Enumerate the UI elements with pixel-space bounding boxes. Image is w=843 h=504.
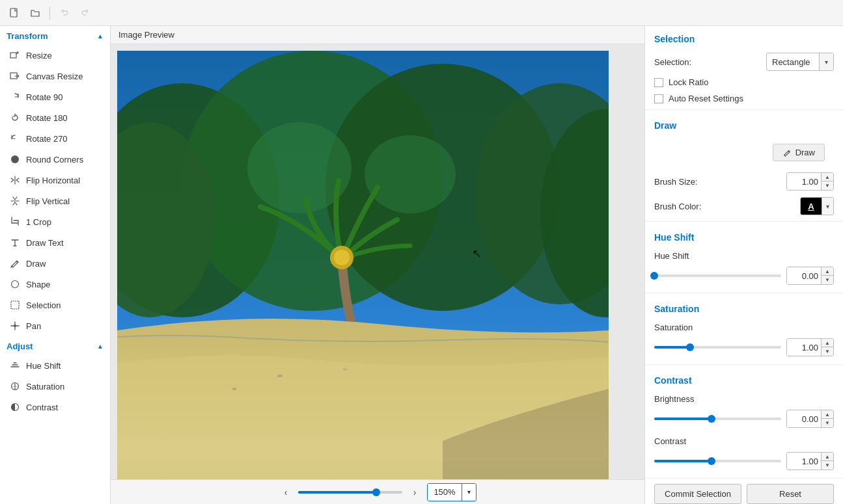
sidebar-item-rotate-180[interactable]: Rotate 180 — [0, 107, 110, 128]
saturation-slider-fill — [654, 346, 690, 349]
right-panel: Selection Selection: Rectangle ▾ Lock Ra… — [644, 26, 843, 504]
sidebar-item-label: Flip Horizontal — [26, 176, 80, 185]
bottom-buttons: Commit Selection Reset — [645, 478, 843, 504]
zoom-dropdown-button[interactable]: ▾ — [462, 484, 476, 501]
hue-shift-icon — [9, 360, 21, 371]
saturation-slider-thumb[interactable] — [686, 343, 694, 351]
saturation-up[interactable]: ▲ — [822, 339, 833, 347]
contrast-slider[interactable] — [654, 460, 781, 462]
reset-button[interactable]: Reset — [747, 484, 834, 504]
brightness-spin: ▲ ▼ — [821, 410, 833, 427]
brush-size-spin: ▲ ▼ — [821, 173, 833, 190]
lock-ratio-checkbox[interactable] — [654, 78, 663, 87]
brightness-up[interactable]: ▲ — [822, 410, 833, 419]
brush-color-swatch-box: A — [801, 198, 822, 215]
crop-icon — [9, 216, 21, 228]
contrast-slider-row: ▲ ▼ — [654, 452, 834, 470]
svg-point-6 — [14, 325, 16, 327]
flip-vertical-icon — [9, 195, 21, 207]
brightness-slider-container: ▲ ▼ — [645, 407, 843, 433]
open-button[interactable] — [26, 4, 44, 22]
selection-section-title: Selection — [645, 26, 843, 49]
selection-dropdown-button[interactable]: ▾ — [819, 53, 833, 70]
brush-size-row: Brush Size: ▲ ▼ — [645, 169, 843, 194]
sidebar-item-flip-horizontal[interactable]: Flip Horizontal — [0, 170, 110, 191]
sidebar-item-crop[interactable]: 1 Crop — [0, 211, 110, 232]
main-toolbar — [0, 0, 843, 26]
sidebar-item-pan[interactable]: Pan — [0, 315, 110, 336]
hue-shift-up[interactable]: ▲ — [822, 267, 833, 276]
brush-color-dropdown[interactable]: ▾ — [822, 198, 833, 215]
sidebar-item-resize[interactable]: Resize — [0, 45, 110, 66]
saturation-icon — [9, 380, 21, 392]
brightness-down[interactable]: ▼ — [822, 419, 833, 427]
zoom-slider[interactable] — [298, 491, 402, 494]
sidebar-item-label: Rotate 90 — [26, 92, 62, 102]
canvas-scroll[interactable]: ↖ — [111, 44, 644, 479]
undo-button[interactable] — [55, 4, 74, 22]
sidebar-item-label: Rotate 270 — [26, 134, 68, 144]
brightness-slider[interactable] — [654, 418, 781, 420]
zoom-prev-button[interactable]: ‹ — [279, 485, 293, 499]
transform-section-header[interactable]: Transform ▲ — [0, 26, 110, 45]
hue-shift-down[interactable]: ▼ — [822, 276, 833, 284]
saturation-down[interactable]: ▼ — [822, 347, 833, 356]
auto-reset-label[interactable]: Auto Reset Settings — [669, 94, 743, 103]
sidebar-item-contrast[interactable]: Contrast — [0, 397, 110, 418]
svg-point-21 — [343, 368, 347, 371]
brightness-input[interactable] — [787, 410, 821, 427]
brush-color-label: Brush Color: — [654, 202, 713, 211]
selection-dropdown[interactable]: Rectangle ▾ — [766, 53, 834, 71]
sidebar-item-rotate-90[interactable]: Rotate 90 — [0, 86, 110, 107]
brush-color-swatch[interactable]: A ▾ — [800, 197, 834, 215]
new-button[interactable] — [5, 4, 23, 22]
pan-icon — [9, 320, 21, 332]
brightness-slider-thumb[interactable] — [708, 415, 715, 423]
sidebar-item-draw[interactable]: Draw — [0, 253, 110, 274]
sidebar-item-canvas-resize[interactable]: Canvas Resize — [0, 66, 110, 86]
brush-size-down[interactable]: ▼ — [822, 181, 833, 190]
sidebar-item-hue-shift[interactable]: Hue Shift — [0, 355, 110, 376]
contrast-input[interactable] — [787, 453, 821, 470]
redo-button[interactable] — [76, 4, 94, 22]
sidebar-item-round-corners[interactable]: Round Corners — [0, 149, 110, 170]
saturation-input[interactable] — [787, 339, 821, 356]
contrast-value-label: Contrast — [654, 436, 713, 446]
sidebar-item-saturation[interactable]: Saturation — [0, 376, 110, 397]
hue-shift-input[interactable] — [787, 267, 821, 284]
zoom-slider-thumb[interactable] — [372, 488, 380, 496]
sidebar-item-rotate-270[interactable]: Rotate 270 — [0, 128, 110, 149]
svg-point-19 — [334, 250, 350, 265]
brightness-label: Brightness — [654, 394, 713, 404]
draw-button[interactable]: Draw — [773, 144, 825, 161]
sidebar-item-draw-text[interactable]: Draw Text — [0, 232, 110, 253]
hue-shift-slider[interactable] — [654, 274, 781, 277]
transform-chevron-icon: ▲ — [97, 33, 104, 40]
adjust-section-header[interactable]: Adjust ▲ — [0, 336, 110, 355]
zoom-next-button[interactable]: › — [408, 485, 422, 499]
contrast-up[interactable]: ▲ — [822, 453, 833, 461]
hue-shift-slider-thumb[interactable] — [650, 272, 658, 280]
sidebar-item-shape[interactable]: Shape — [0, 274, 110, 295]
saturation-section-title: Saturation — [645, 296, 843, 319]
brush-size-input[interactable] — [787, 173, 821, 190]
canvas-image[interactable]: ↖ — [117, 51, 609, 479]
commit-selection-button[interactable]: Commit Selection — [654, 484, 741, 504]
adjust-label: Adjust — [7, 341, 33, 351]
svg-point-17 — [365, 135, 456, 213]
saturation-slider[interactable] — [654, 346, 781, 349]
zoom-input[interactable] — [428, 484, 462, 501]
brush-size-up[interactable]: ▲ — [822, 173, 833, 181]
brush-size-input-wrapper: ▲ ▼ — [786, 172, 834, 191]
contrast-down[interactable]: ▼ — [822, 461, 833, 470]
sidebar-item-selection[interactable]: Selection — [0, 295, 110, 315]
draw-button-label: Draw — [795, 148, 815, 157]
auto-reset-checkbox[interactable] — [654, 94, 663, 103]
draw-button-icon — [782, 148, 792, 157]
sidebar-item-label: Draw — [26, 259, 46, 269]
contrast-slider-thumb[interactable] — [708, 457, 715, 465]
lock-ratio-label[interactable]: Lock Ratio — [669, 77, 708, 87]
sidebar-item-flip-vertical[interactable]: Flip Vertical — [0, 191, 110, 211]
hue-shift-label-row: Hue Shift — [645, 248, 843, 264]
hue-shift-section-title: Hue Shift — [645, 224, 843, 248]
